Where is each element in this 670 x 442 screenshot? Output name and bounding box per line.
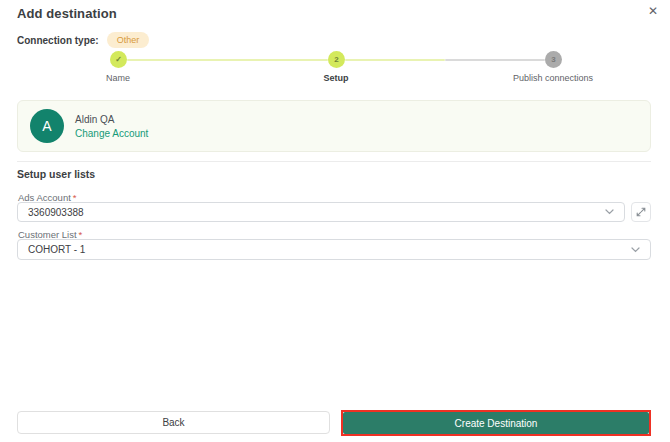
customer-list-value: COHORT - 1 — [28, 244, 85, 255]
step-2-indicator: 2 — [334, 55, 338, 64]
step-label-name: Name — [106, 73, 130, 83]
connection-type-label: Connection type: — [17, 35, 99, 46]
change-account-link[interactable]: Change Account — [75, 128, 148, 139]
step-2-circle: 2 — [328, 51, 345, 68]
step-1-complete-check-icon: ✓ — [110, 51, 127, 68]
close-icon[interactable]: ✕ — [645, 4, 661, 20]
chevron-down-icon — [631, 247, 640, 253]
step-label-setup: Setup — [323, 73, 348, 83]
step-label-publish-connections: Publish connections — [513, 73, 593, 83]
setup-user-lists-heading: Setup user lists — [17, 168, 95, 180]
expand-accounts-button[interactable] — [631, 202, 651, 222]
account-card: A Aldin QA Change Account — [17, 100, 651, 152]
annotation-highlight-box: Create Destination — [341, 410, 651, 436]
ads-account-value: 3360903388 — [28, 207, 84, 218]
stepper-line-2-3b — [445, 59, 545, 61]
avatar: A — [30, 109, 64, 143]
connection-type-badge: Other — [107, 32, 150, 48]
stepper: ✓ 2 3 Name Setup Publish connections — [17, 51, 653, 83]
expand-icon — [636, 203, 646, 221]
step-3-indicator: 3 — [551, 55, 555, 64]
back-button[interactable]: Back — [17, 411, 330, 434]
stepper-line-1-2 — [127, 59, 328, 61]
chevron-down-icon — [605, 209, 614, 215]
customer-list-select[interactable]: COHORT - 1 — [17, 239, 651, 260]
section-divider — [17, 161, 651, 162]
account-text: Aldin QA Change Account — [75, 114, 148, 139]
create-destination-button[interactable]: Create Destination — [343, 412, 649, 434]
stepper-line-2-3a — [345, 59, 445, 61]
ads-account-select[interactable]: 3360903388 — [17, 202, 625, 222]
page-title: Add destination — [17, 6, 117, 21]
step-1-indicator: ✓ — [115, 55, 122, 64]
step-3-circle: 3 — [545, 51, 562, 68]
connection-type-row: Connection type: Other — [17, 32, 149, 48]
add-destination-modal: Add destination ✕ Connection type: Other… — [0, 0, 670, 442]
account-name: Aldin QA — [75, 114, 148, 125]
